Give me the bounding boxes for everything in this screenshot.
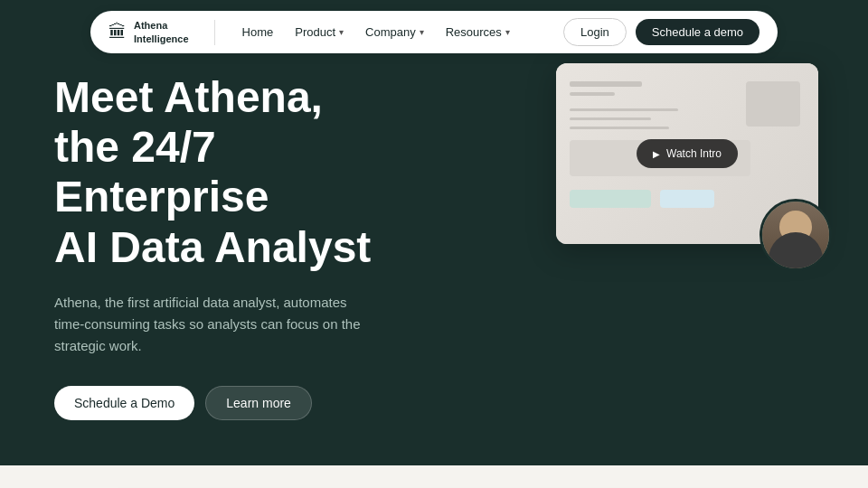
dash-box-1 <box>746 81 800 127</box>
nav-product[interactable]: Product ▾ <box>286 20 353 44</box>
navigation: 🏛 Athena Intelligence Home Product ▾ Com… <box>90 11 778 53</box>
nav-company[interactable]: Company ▾ <box>356 20 433 44</box>
nav-links: Home Product ▾ Company ▾ Resources ▾ <box>233 20 563 44</box>
product-chevron: ▾ <box>339 27 344 37</box>
nav-actions: Login Schedule a demo <box>563 18 760 46</box>
hero-subtitle: Athena, the first artificial data analys… <box>54 292 362 357</box>
dash-line-5 <box>570 127 669 129</box>
dash-box-3 <box>570 190 651 208</box>
schedule-demo-button[interactable]: Schedule a Demo <box>54 386 194 420</box>
brand-name: Athena Intelligence <box>134 19 189 45</box>
nav-home[interactable]: Home <box>233 20 283 44</box>
dash-line-3 <box>570 108 678 111</box>
person-silhouette <box>762 202 829 268</box>
dash-box-4 <box>660 190 714 208</box>
dash-line-1 <box>570 81 642 87</box>
schedule-demo-nav-button[interactable]: Schedule a demo <box>636 19 760 45</box>
hero-section: Meet Athena,the 24/7 EnterpriseAI Data A… <box>0 0 868 465</box>
hero-buttons: Schedule a Demo Learn more <box>54 386 434 420</box>
watch-intro-button[interactable]: ▶ Watch Intro <box>637 139 738 168</box>
hero-content: Meet Athena,the 24/7 EnterpriseAI Data A… <box>54 72 434 420</box>
subscribe-section: Stay connected with Athena to follow upd… <box>0 465 868 488</box>
dash-line-4 <box>570 117 651 120</box>
person-body <box>769 232 823 268</box>
hero-title: Meet Athena,the 24/7 EnterpriseAI Data A… <box>54 72 434 272</box>
company-chevron: ▾ <box>420 27 424 37</box>
nav-divider <box>214 20 215 45</box>
dash-line-2 <box>570 92 615 96</box>
nav-resources[interactable]: Resources ▾ <box>437 20 519 44</box>
resources-chevron: ▾ <box>505 27 510 37</box>
logo-icon: 🏛 <box>108 22 127 42</box>
learn-more-button[interactable]: Learn more <box>205 386 312 420</box>
logo[interactable]: 🏛 Athena Intelligence <box>108 19 189 45</box>
login-button[interactable]: Login <box>563 18 627 46</box>
play-icon: ▶ <box>653 149 660 159</box>
video-preview: ▶ Watch Intro <box>556 63 818 244</box>
person-avatar <box>760 199 832 271</box>
